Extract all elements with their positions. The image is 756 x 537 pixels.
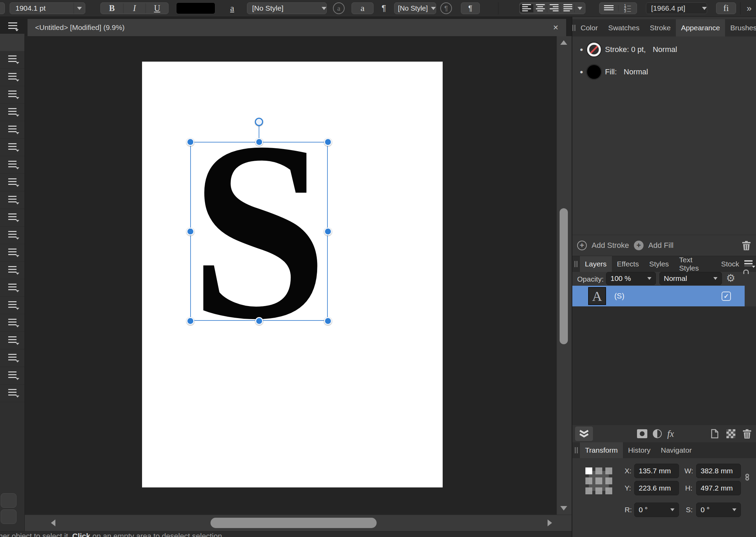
horizontal-scrollbar-thumb[interactable] (210, 518, 377, 528)
selection-handle-top-left[interactable] (186, 138, 194, 146)
delete-appearance-button[interactable] (742, 241, 750, 250)
link-dimensions-icon[interactable] (745, 474, 749, 480)
tab-text-styles[interactable]: Text Styles (674, 256, 716, 272)
sidebar-tool-button-13[interactable] (0, 262, 24, 279)
rasterize-button[interactable] (726, 429, 735, 438)
scroll-right-icon[interactable] (548, 519, 552, 526)
toolbar-overflow-button[interactable]: » (744, 2, 755, 14)
bullet-list-button[interactable] (600, 5, 618, 11)
tab-swatches[interactable]: Swatches (603, 19, 645, 36)
close-tab-icon[interactable]: ✕ (553, 23, 559, 32)
panel-drag-handle[interactable] (572, 256, 580, 272)
alignment-options-arrow[interactable] (575, 7, 585, 10)
sidebar-tool-button-3[interactable] (0, 86, 24, 104)
selection-bounding-box[interactable] (190, 142, 328, 321)
layer-visibility-checkbox[interactable]: ✓ (722, 292, 731, 301)
fill-appearance-row[interactable]: • Fill: Normal (580, 65, 648, 79)
typography-button[interactable]: a (352, 2, 374, 14)
anchor-middle-right[interactable] (605, 477, 612, 484)
sidebar-tool-button-14[interactable] (0, 279, 24, 297)
vertical-scrollbar-thumb[interactable] (560, 208, 568, 344)
sidebar-tool-button-18[interactable] (0, 349, 24, 367)
selection-handle-middle-right[interactable] (324, 228, 332, 235)
add-stroke-plus-icon[interactable]: + (577, 241, 587, 250)
selection-handle-top-right[interactable] (324, 138, 332, 146)
tab-history[interactable]: History (623, 442, 656, 458)
sidebar-tool-button-8[interactable] (0, 174, 24, 191)
blend-mode-dropdown[interactable]: Normal (659, 272, 722, 285)
anchor-bottom-center[interactable] (595, 487, 602, 494)
circled-a-icon[interactable]: a (333, 2, 345, 14)
document-tab[interactable]: <Untitled> [Modified] (9.9%) ✕ (28, 19, 566, 36)
tab-bar-menu-button[interactable] (8, 22, 17, 32)
layer-settings-gear-icon[interactable]: ⚙ (726, 272, 735, 284)
bold-button[interactable]: B (101, 3, 123, 13)
selection-handle-bottom-right[interactable] (324, 317, 332, 325)
show-special-characters-button[interactable]: ¶ (461, 2, 480, 14)
scroll-down-icon[interactable] (560, 506, 567, 510)
add-fill-button[interactable]: Add Fill (648, 241, 673, 250)
anchor-center[interactable] (595, 477, 602, 484)
y-field[interactable]: 223.6 mm (634, 481, 679, 495)
anchor-bottom-left[interactable] (585, 487, 592, 494)
tab-appearance[interactable]: Appearance (676, 19, 725, 36)
sidebar-tool-button-6[interactable] (0, 139, 24, 156)
align-justify-button[interactable] (561, 4, 575, 12)
mask-layer-button[interactable] (637, 429, 647, 438)
rotation-handle[interactable] (255, 118, 263, 126)
sidebar-tool-button-2[interactable] (0, 69, 24, 86)
anchor-top-left[interactable] (585, 467, 592, 474)
sidebar-tool-button-12[interactable] (0, 244, 24, 262)
add-fill-plus-icon[interactable]: + (634, 241, 644, 250)
clipped-toolbar-button[interactable] (0, 2, 5, 14)
selection-handle-middle-left[interactable] (186, 228, 194, 235)
sidebar-tool-button-4[interactable] (0, 104, 24, 121)
paragraph-style-dropdown[interactable]: [No Style] (394, 2, 436, 14)
delete-layer-button[interactable] (743, 429, 751, 439)
numbered-list-button[interactable]: 1 —2 —3 — (618, 4, 637, 12)
sidebar-tool-button-16[interactable] (0, 314, 24, 332)
tab-stroke[interactable]: Stroke (645, 19, 676, 36)
sidebar-tool-button-20[interactable] (0, 385, 24, 402)
sidebar-tool-button-15[interactable] (0, 297, 24, 314)
canvas-viewport[interactable]: S (25, 36, 572, 537)
layers-list-empty[interactable] (572, 306, 756, 425)
bottom-left-button[interactable] (1, 493, 17, 508)
adjustment-layer-button[interactable] (653, 429, 662, 438)
selection-handle-top-center[interactable] (255, 138, 263, 146)
add-stroke-button[interactable]: Add Stroke (592, 241, 629, 250)
sidebar-tool-button-19[interactable] (0, 367, 24, 385)
align-right-button[interactable] (547, 4, 561, 12)
panel-drag-handle[interactable] (572, 19, 575, 36)
tab-color[interactable]: Color (575, 19, 603, 36)
layer-stack-button[interactable] (575, 427, 593, 441)
circled-pilcrow-icon[interactable]: ¶ (440, 2, 452, 14)
align-center-button[interactable] (533, 4, 547, 12)
anchor-top-right[interactable] (605, 467, 612, 474)
left-panel-header[interactable] (0, 34, 24, 51)
tab-navigator[interactable]: Navigator (656, 442, 697, 458)
underline-a-icon[interactable]: a (225, 2, 239, 14)
w-field[interactable]: 382.8 mm (696, 464, 741, 478)
sidebar-tool-button-7[interactable] (0, 156, 24, 174)
sidebar-tool-button-10[interactable] (0, 209, 24, 227)
layer-row-selected[interactable]: A (S) ✓ (572, 286, 745, 306)
align-left-button[interactable] (520, 4, 533, 12)
sidebar-tool-button-11[interactable] (0, 227, 24, 244)
tab-brushes[interactable]: Brushes (725, 19, 756, 36)
stroke-appearance-row[interactable]: • Stroke: 0 pt, Normal (580, 43, 677, 56)
selection-handle-bottom-center[interactable] (255, 317, 263, 325)
font-size-field[interactable]: 1904.1 pt (10, 2, 85, 14)
anchor-point-selector[interactable] (585, 467, 613, 495)
scroll-up-icon[interactable] (560, 40, 567, 45)
sidebar-tool-button-17[interactable] (0, 332, 24, 349)
selection-handle-bottom-left[interactable] (186, 317, 194, 325)
rotation-dropdown[interactable]: 0 ° (634, 503, 679, 517)
shear-dropdown[interactable]: 0 ° (696, 503, 741, 517)
bottom-left-button-2[interactable] (1, 509, 17, 524)
opacity-dropdown[interactable]: 100 % (606, 272, 656, 285)
new-layer-button[interactable] (711, 429, 719, 439)
panel-drag-handle[interactable] (572, 442, 580, 458)
tab-styles[interactable]: Styles (644, 256, 674, 272)
tab-transform[interactable]: Transform (580, 442, 623, 458)
